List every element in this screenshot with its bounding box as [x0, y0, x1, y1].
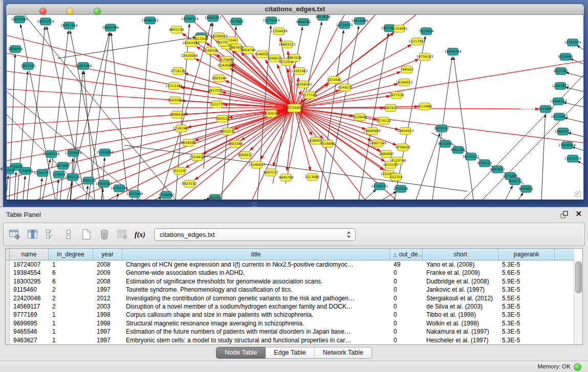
- graph-node[interactable]: 15751074: [564, 39, 581, 46]
- graph-node[interactable]: 15276029: [263, 17, 279, 24]
- graph-node[interactable]: 12213349: [165, 82, 182, 90]
- graph-node[interactable]: 20691406: [102, 24, 119, 31]
- graph-node[interactable]: 1513485: [305, 173, 320, 181]
- table-options-icon[interactable]: [8, 228, 21, 240]
- float-panel-icon[interactable]: [560, 210, 569, 221]
- graph-node[interactable]: 16256202: [295, 81, 312, 88]
- graph-node[interactable]: 2684067: [379, 150, 394, 158]
- graph-node[interactable]: 9756123: [477, 160, 492, 167]
- graph-node[interactable]: 10719145: [336, 21, 353, 29]
- graph-node[interactable]: 8504512: [238, 151, 253, 159]
- graph-node[interactable]: 8186328: [204, 47, 219, 54]
- panel-collapse-arrow-icon[interactable]: [0, 167, 3, 171]
- window-titlebar[interactable]: citations_edges.txt: [6, 4, 584, 15]
- graph-node[interactable]: 14136141: [371, 183, 388, 190]
- graph-node[interactable]: 9975887: [56, 162, 71, 169]
- graph-node[interactable]: 19654923: [397, 127, 413, 135]
- table-selector-dropdown[interactable]: citations_edges.txt: [154, 228, 356, 241]
- graph-node[interactable]: 1521257: [172, 167, 187, 174]
- table-row[interactable]: 1938455462009Genome-wide association stu…: [6, 269, 574, 277]
- graph-node[interactable]: 7220445: [353, 114, 367, 121]
- column-header-short[interactable]: short: [423, 249, 498, 260]
- panel-splitter-grip[interactable]: [252, 203, 257, 206]
- graph-node[interactable]: 1505135: [66, 173, 80, 181]
- graph-node[interactable]: 1321777: [210, 101, 225, 108]
- table-vertical-scrollbar[interactable]: [574, 260, 582, 344]
- graph-node[interactable]: 16210643: [551, 113, 568, 120]
- graph-node[interactable]: 8466160: [296, 18, 311, 26]
- graph-node[interactable]: 1156869: [18, 167, 33, 174]
- graph-node[interactable]: 19686163: [141, 17, 158, 24]
- table-row[interactable]: 2242004622012Investigating the contribut…: [6, 294, 574, 302]
- memory-status-icon[interactable]: [574, 363, 581, 371]
- scrollbar-thumb[interactable]: [575, 261, 582, 293]
- graph-node[interactable]: 1733426: [394, 185, 408, 192]
- table-row[interactable]: 969969511998Structural magnetic resonanc…: [6, 319, 574, 327]
- graph-node[interactable]: 19218986: [351, 17, 368, 25]
- graph-node[interactable]: 114519: [53, 171, 66, 178]
- graph-node[interactable]: 19734183: [416, 53, 433, 60]
- select-columns-icon[interactable]: ✓✓: [44, 228, 57, 240]
- network-graph[interactable]: 1603380924055724203513442069140619686163…: [7, 15, 583, 200]
- graph-node[interactable]: 1067427: [383, 104, 398, 112]
- graph-node[interactable]: 8679192: [434, 125, 449, 132]
- graph-node[interactable]: 1527602: [229, 18, 244, 25]
- graph-node[interactable]: 12093872: [552, 82, 569, 90]
- column-header-title[interactable]: title: [122, 249, 390, 260]
- graph-node[interactable]: 3215953: [538, 105, 553, 113]
- graph-node[interactable]: 1546: [227, 37, 238, 44]
- graph-node[interactable]: 16648784: [444, 48, 461, 55]
- graph-node[interactable]: 9886421: [170, 111, 185, 118]
- graph-node[interactable]: 2053103: [21, 62, 36, 70]
- graph-node[interactable]: 1615152: [383, 161, 398, 168]
- delete-table-icon[interactable]: [98, 228, 111, 240]
- graph-node[interactable]: 9148231: [338, 84, 353, 91]
- graph-node[interactable]: 9245652: [519, 185, 534, 192]
- row-height-icon[interactable]: [62, 228, 75, 240]
- graph-node[interactable]: 12444159: [550, 98, 567, 105]
- graph-node[interactable]: 7513424: [419, 28, 434, 35]
- table-row[interactable]: 977716911998Corpus callosum shape and si…: [6, 311, 574, 319]
- graph-node[interactable]: 18807249: [369, 140, 386, 147]
- graph-node[interactable]: 12161962: [172, 125, 189, 132]
- table-row[interactable]: 1872400712008Changes of HCN gene express…: [6, 260, 574, 269]
- table-row[interactable]: 1830029562008Estimation of significance …: [6, 277, 574, 286]
- graph-node[interactable]: 16782759: [111, 185, 127, 192]
- graph-node[interactable]: 12923448: [126, 190, 143, 198]
- graph-node[interactable]: 1795725: [81, 177, 96, 184]
- graph-node[interactable]: 9861036: [287, 54, 302, 61]
- table-row[interactable]: 1456911722003Disruption of a novel membe…: [6, 302, 574, 311]
- table-row[interactable]: 946362711997Embryonic stem cells: a mode…: [6, 336, 574, 344]
- graph-node[interactable]: 8454749: [241, 47, 256, 54]
- graph-node[interactable]: 7524412: [190, 154, 205, 161]
- graph-node[interactable]: 12342757: [34, 169, 51, 177]
- graph-node[interactable]: 9136063: [159, 191, 174, 199]
- tab-node-table[interactable]: Node Table: [216, 347, 266, 359]
- graph-node[interactable]: 10688609: [363, 127, 380, 135]
- column-header-pagerank[interactable]: pagerank: [498, 249, 555, 260]
- graph-node[interactable]: 39159: [7, 167, 14, 174]
- graph-node[interactable]: 22420046: [181, 52, 198, 59]
- graph-node[interactable]: 18724007: [285, 104, 303, 112]
- graph-node[interactable]: 748503: [401, 66, 413, 73]
- graph-node[interactable]: 25260650: [96, 149, 113, 156]
- graph-node[interactable]: 16164912: [396, 79, 412, 86]
- close-panel-icon[interactable]: ✕: [575, 210, 582, 218]
- graph-node[interactable]: 18799374: [181, 15, 198, 23]
- tab-edge-table[interactable]: Edge Table: [266, 347, 314, 359]
- table-row[interactable]: 911546021997Tourette syndrome. Phenomeno…: [6, 286, 574, 294]
- graph-node[interactable]: 5051352: [208, 194, 223, 200]
- graph-node[interactable]: 2006059: [8, 46, 23, 53]
- graph-node[interactable]: 8423152: [182, 180, 197, 187]
- tab-network-table[interactable]: Network Table: [315, 347, 372, 359]
- graph-node[interactable]: 9852231: [221, 128, 235, 135]
- graph-node[interactable]: 8601234: [169, 26, 184, 33]
- column-header-year[interactable]: year: [93, 249, 122, 260]
- graph-node[interactable]: 8813054: [316, 15, 331, 20]
- graph-node[interactable]: 9495784: [279, 174, 294, 181]
- graph-node[interactable]: 252254: [390, 173, 403, 181]
- graph-node[interactable]: 2718126: [171, 68, 186, 75]
- graph-node[interactable]: 10655287: [204, 15, 221, 21]
- network-canvas[interactable]: 1603380924055724203513442069140619686163…: [6, 15, 584, 200]
- graph-node[interactable]: 8427552: [208, 87, 223, 94]
